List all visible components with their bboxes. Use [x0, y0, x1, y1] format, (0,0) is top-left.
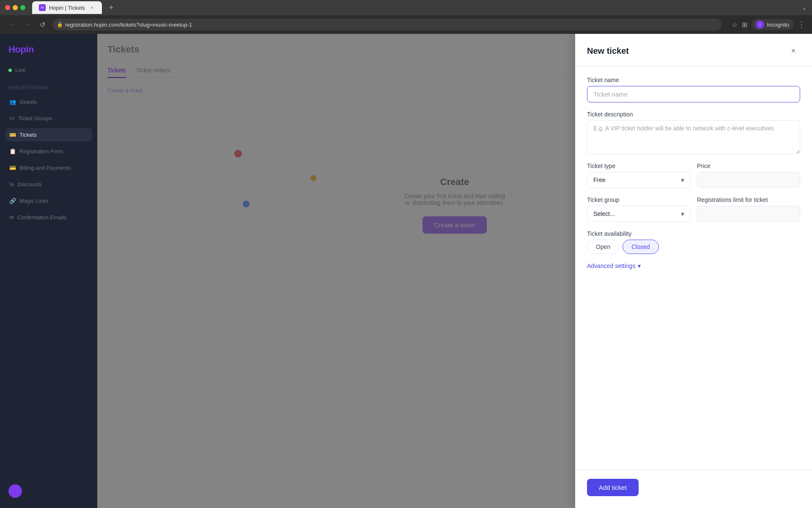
browser-chrome: H Hopin | Tickets × + ⌄ ← → ↺ 🔒 ☆ ⊞ I In… — [0, 0, 812, 34]
incognito-button[interactable]: I Incognito — [752, 19, 793, 30]
advanced-settings-link[interactable]: Advanced settings ▾ — [587, 262, 800, 269]
availability-open-button[interactable]: Open — [587, 240, 619, 254]
close-traffic-light[interactable] — [5, 5, 10, 10]
sidebar-item-ticket-groups[interactable]: 🏷 Ticket Groups — [5, 112, 92, 125]
tab-bar: H Hopin | Tickets × + ⌄ — [0, 0, 812, 15]
grid-icon[interactable]: ⊞ — [742, 21, 747, 29]
ticket-type-price-row: Ticket type Free Paid ▾ Price — [587, 163, 800, 188]
live-label: Live — [15, 67, 25, 73]
advanced-settings-chevron-icon: ▾ — [638, 262, 641, 269]
ticket-availability-group: Ticket availability Open Closed — [587, 230, 800, 254]
availability-closed-button[interactable]: Closed — [623, 240, 659, 254]
sidebar-item-guests[interactable]: 👥 Guests — [5, 95, 92, 108]
drawer-title: New ticket — [587, 46, 629, 56]
star-icon[interactable]: ☆ — [732, 21, 738, 29]
new-tab-button[interactable]: + — [105, 2, 117, 14]
refresh-button[interactable]: ↺ — [37, 21, 47, 29]
price-label: Price — [697, 163, 800, 169]
sidebar-logo: Hopin — [5, 41, 92, 62]
forward-button[interactable]: → — [22, 21, 32, 28]
incognito-avatar: I — [756, 20, 764, 29]
minimize-traffic-light[interactable] — [13, 5, 18, 10]
ticket-description-label: Ticket description — [587, 111, 800, 118]
new-ticket-drawer: New ticket × Ticket name Ticket descript… — [575, 34, 812, 508]
ticket-type-select-wrap: Free Paid ▾ — [587, 172, 690, 188]
drawer-body: Ticket name Ticket description Ticket ty… — [575, 66, 812, 470]
ticket-description-input[interactable] — [587, 120, 800, 154]
ticket-type-label: Ticket type — [587, 163, 690, 169]
tab-close-button[interactable]: × — [88, 4, 95, 11]
ticket-group-limit-row: Ticket group Select... ▾ Registrations l… — [587, 196, 800, 222]
ticket-group-label: Ticket group — [587, 196, 690, 203]
ticket-name-label: Ticket name — [587, 77, 800, 83]
sidebar-item-billing-payments[interactable]: 💳 Billing and Payments — [5, 161, 92, 174]
sidebar-item-discounts[interactable]: % Discounts — [5, 178, 92, 191]
browser-menu-button[interactable]: ⋮ — [798, 20, 805, 29]
sidebar-section-registration: Registration — [5, 83, 92, 92]
add-ticket-button[interactable]: Add ticket — [587, 479, 639, 496]
registrations-limit-col: Registrations limit for ticket — [697, 196, 800, 222]
sidebar-item-registration-form[interactable]: 📋 Registration Form — [5, 145, 92, 158]
back-button[interactable]: ← — [7, 21, 17, 28]
price-input[interactable] — [697, 172, 800, 188]
address-bar-input-wrap: 🔒 — [52, 19, 721, 30]
sidebar-bottom — [5, 481, 92, 501]
drawer-footer: Add ticket — [575, 470, 812, 508]
ticket-group-col: Ticket group Select... ▾ — [587, 196, 690, 222]
address-bar-icons: ☆ ⊞ I Incognito ⋮ — [732, 19, 805, 30]
tab-title: Hopin | Tickets — [49, 5, 85, 11]
tab-favicon: H — [39, 4, 46, 11]
price-col: Price — [697, 163, 800, 188]
app-layout: Hopin Live Registration 👥 Guests 🏷 Ticke… — [0, 34, 812, 508]
sidebar-item-confirmation-emails[interactable]: ✉ Confirmation Emails — [5, 211, 92, 224]
registrations-limit-label: Registrations limit for ticket — [697, 196, 800, 203]
user-avatar[interactable] — [8, 484, 22, 498]
main-content: Tickets Tickets Ticket orders Create a t… — [97, 34, 812, 508]
ticket-name-group: Ticket name — [587, 77, 800, 102]
sidebar-item-magic-links[interactable]: 🔗 Magic Links — [5, 194, 92, 207]
ticket-group-select[interactable]: Select... — [587, 206, 690, 222]
ticket-availability-label: Ticket availability — [587, 230, 800, 237]
availability-toggle-group: Open Closed — [587, 240, 800, 254]
url-input[interactable] — [52, 19, 721, 30]
incognito-label: Incognito — [767, 22, 789, 28]
address-bar: ← → ↺ 🔒 ☆ ⊞ I Incognito ⋮ — [0, 15, 812, 34]
lock-icon: 🔒 — [57, 22, 63, 28]
advanced-settings-section: Advanced settings ▾ — [587, 262, 800, 269]
tab-expand-icon[interactable]: ⌄ — [802, 4, 807, 11]
drawer-close-button[interactable]: × — [787, 44, 800, 58]
sidebar: Hopin Live Registration 👥 Guests 🏷 Ticke… — [0, 34, 97, 508]
ticket-type-select[interactable]: Free Paid — [587, 172, 690, 188]
sidebar-item-tickets[interactable]: 🎫 Tickets — [5, 128, 92, 141]
maximize-traffic-light[interactable] — [20, 5, 25, 10]
drawer-header: New ticket × — [575, 34, 812, 66]
live-indicator — [8, 69, 12, 72]
ticket-type-col: Ticket type Free Paid ▾ — [587, 163, 690, 188]
ticket-group-select-wrap: Select... ▾ — [587, 206, 690, 222]
ticket-name-input[interactable] — [587, 86, 800, 102]
active-tab[interactable]: H Hopin | Tickets × — [32, 1, 102, 14]
traffic-lights — [5, 5, 25, 10]
registrations-limit-input[interactable] — [697, 206, 800, 222]
ticket-description-group: Ticket description — [587, 111, 800, 154]
